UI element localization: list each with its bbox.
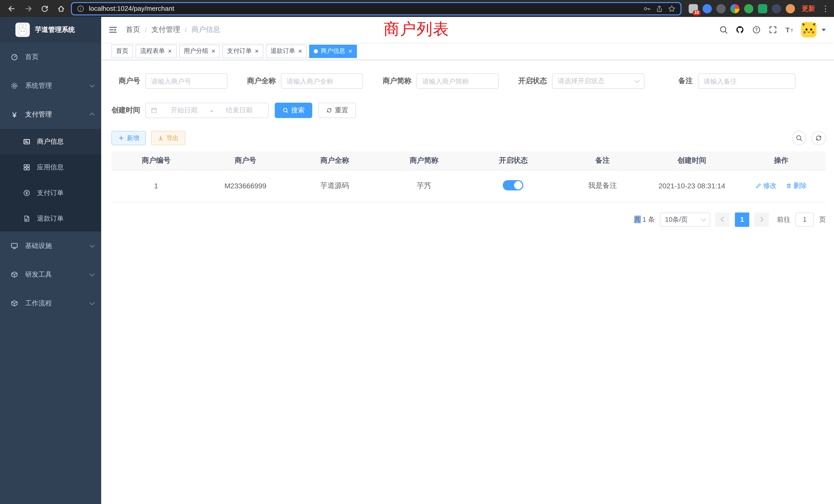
extension-icon-dark[interactable] <box>717 4 726 13</box>
sidebar-item-infra[interactable]: 基础设施 <box>0 231 101 260</box>
goto-label: 前往 <box>777 215 790 224</box>
extension-icon-grid[interactable]: 10 <box>689 4 698 13</box>
status-toggle[interactable] <box>503 180 524 190</box>
tab-pay-order[interactable]: 支付订单 × <box>222 44 263 58</box>
edit-link[interactable]: 修改 <box>755 181 776 190</box>
extension-icon-green-circle[interactable] <box>744 4 753 13</box>
create-time-range-picker[interactable]: 开始日期 - 结束日期 <box>145 102 269 118</box>
breadcrumb-current: 商户信息 <box>192 25 220 35</box>
search-button[interactable]: 搜索 <box>275 102 312 118</box>
next-page-button[interactable] <box>754 212 769 227</box>
hamburger-icon[interactable] <box>108 25 117 35</box>
sidebar-item-merchant-info[interactable]: 商户信息 <box>0 129 101 155</box>
filter-form-row-1: 商户号 商户全称 商户简称 开启状态 请选择开启状态 <box>111 73 826 89</box>
main-area: 首页 / 支付管理 / 商户信息 ? <box>101 17 834 504</box>
search-icon <box>282 107 289 113</box>
chevron-down-icon <box>90 83 95 88</box>
short-name-input[interactable] <box>416 73 499 89</box>
reload-button[interactable] <box>38 2 51 15</box>
browser-update-button[interactable]: 更新 <box>802 4 815 13</box>
sidebar: 芋道管理系统 首页 系统管理 ¥ 支付管理 商户信息 <box>0 17 101 504</box>
url-text[interactable]: localhost:1024/pay/merchant <box>89 5 639 12</box>
close-icon[interactable]: × <box>211 48 215 54</box>
share-icon[interactable] <box>655 4 663 13</box>
help-icon[interactable]: ? <box>752 25 761 35</box>
close-icon[interactable]: × <box>348 48 352 54</box>
create-time-label: 创建时间 <box>111 106 140 115</box>
toggle-search-button[interactable] <box>792 131 806 145</box>
sidebar-item-workflow[interactable]: 工作流程 <box>0 289 101 318</box>
site-info-icon[interactable]: i <box>76 4 85 13</box>
pagination: 共 1 条 10条/页 1 前往 页 <box>111 212 826 227</box>
merchant-no-input[interactable] <box>145 73 227 89</box>
full-name-input[interactable] <box>281 73 363 89</box>
home-button[interactable] <box>54 2 68 15</box>
header-search-icon[interactable] <box>719 25 728 35</box>
close-icon[interactable]: × <box>168 48 172 54</box>
tab-user-group[interactable]: 用户分组 × <box>179 44 220 58</box>
col-full-name: 商户全称 <box>290 152 379 170</box>
add-button[interactable]: 新增 <box>111 131 146 145</box>
export-button[interactable]: 导出 <box>151 131 185 145</box>
address-bar[interactable]: i localhost:1024/pay/merchant <box>71 2 681 15</box>
prev-page-button[interactable] <box>716 212 730 227</box>
top-navbar: 首页 / 支付管理 / 商户信息 ? <box>101 17 834 43</box>
github-icon[interactable] <box>736 25 745 35</box>
close-icon[interactable]: × <box>299 48 302 54</box>
tab-process-form[interactable]: 流程表单 × <box>136 44 176 58</box>
sidebar-item-payment[interactable]: ¥ 支付管理 <box>0 100 101 129</box>
merchant-table: 商户编号 商户号 商户全称 商户简称 开启状态 备注 创建时间 操作 1 <box>111 152 826 202</box>
download-icon <box>158 135 164 141</box>
sidebar-item-system[interactable]: 系统管理 <box>0 71 101 100</box>
forward-button[interactable] <box>22 2 35 15</box>
extension-icon-green-square[interactable] <box>758 4 767 13</box>
cell-create-time: 2021-10-23 08:31:14 <box>647 170 737 202</box>
page-size-select[interactable]: 10条/页 <box>660 212 710 227</box>
goto-page-input[interactable] <box>795 212 814 227</box>
remark-input[interactable] <box>698 73 795 89</box>
extension-icon-blue[interactable] <box>703 4 712 13</box>
status-select[interactable]: 请选择开启状态 <box>552 73 644 89</box>
extension-icon-navy[interactable] <box>772 4 781 13</box>
chevron-up-icon <box>90 113 95 118</box>
browser-menu-icon[interactable]: ⋮ <box>822 4 829 13</box>
filter-short-name: 商户简称 <box>375 73 499 89</box>
user-avatar[interactable] <box>801 22 816 38</box>
table-header-row: 商户编号 商户号 商户全称 商户简称 开启状态 备注 创建时间 操作 <box>111 152 826 170</box>
reset-button[interactable]: 重置 <box>319 102 356 118</box>
sidebar-logo[interactable]: 芋道管理系统 <box>0 17 101 43</box>
filter-remark: 备注 <box>657 73 795 89</box>
tab-merchant-info[interactable]: 商户信息 × <box>309 44 357 58</box>
back-button[interactable] <box>5 2 19 15</box>
extensions-row: 10 更新 ⋮ <box>689 4 829 13</box>
cell-short-name: 芋艿 <box>379 170 468 202</box>
bookmark-star-icon[interactable] <box>667 4 676 13</box>
full-name-label: 商户全称 <box>240 76 276 86</box>
tab-home[interactable]: 首页 <box>111 44 133 58</box>
caret-down-icon[interactable] <box>822 28 826 31</box>
calendar-icon <box>151 107 158 114</box>
breadcrumb-home[interactable]: 首页 <box>126 25 140 35</box>
merchant-no-label: 商户号 <box>111 76 140 86</box>
refresh-table-button[interactable] <box>811 131 826 145</box>
current-page-button[interactable]: 1 <box>735 212 749 227</box>
fullscreen-icon[interactable] <box>768 25 777 35</box>
start-date-placeholder: 开始日期 <box>160 106 208 115</box>
sidebar-item-devtools[interactable]: 研发工具 <box>0 260 101 289</box>
delete-link[interactable]: 删除 <box>786 181 807 190</box>
close-icon[interactable]: × <box>255 48 259 54</box>
extension-icon-multicolor[interactable] <box>730 4 740 13</box>
sidebar-item-refund-order[interactable]: 退款订单 <box>0 206 101 231</box>
sidebar-item-app-info[interactable]: 应用信息 <box>0 155 101 180</box>
breadcrumb-payment[interactable]: 支付管理 <box>152 25 180 35</box>
pay-order-icon <box>23 189 31 197</box>
monitor-icon <box>10 242 19 250</box>
sidebar-item-pay-order[interactable]: 支付订单 <box>0 180 101 206</box>
font-size-icon[interactable]: TT <box>785 25 794 35</box>
profile-avatar-icon[interactable] <box>786 4 795 13</box>
sidebar-item-home[interactable]: 首页 <box>0 43 101 71</box>
password-key-icon[interactable] <box>643 4 651 13</box>
navbar-actions: ? TT <box>719 22 826 38</box>
tab-refund-order[interactable]: 退款订单 × <box>266 44 307 58</box>
pagination-total: 共 1 条 <box>634 215 655 224</box>
